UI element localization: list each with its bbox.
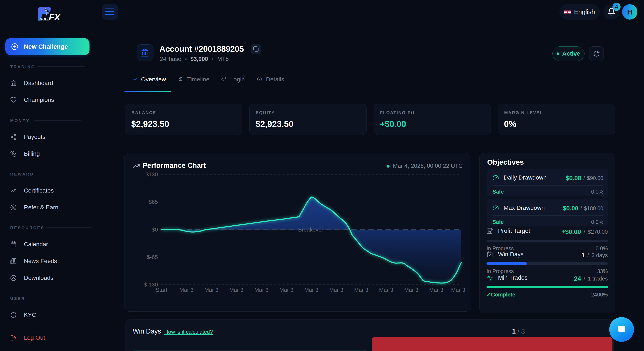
- svg-text:$65: $65: [149, 199, 158, 205]
- svg-text:Breakeven: Breakeven: [298, 226, 324, 233]
- svg-text:FX: FX: [49, 12, 61, 22]
- svg-text:Mar 3: Mar 3: [379, 287, 393, 293]
- svg-text:Start: Start: [156, 287, 168, 293]
- svg-text:Mar 3: Mar 3: [451, 287, 465, 293]
- svg-text:Mar 3: Mar 3: [329, 287, 343, 293]
- svg-text:$-65: $-65: [147, 254, 158, 260]
- svg-text:Mar 3: Mar 3: [354, 287, 368, 293]
- svg-text:Mar 3: Mar 3: [229, 287, 243, 293]
- svg-text:Mar 3: Mar 3: [404, 287, 418, 293]
- svg-text:Mar 3: Mar 3: [280, 287, 294, 293]
- svg-text:Mar 3: Mar 3: [429, 287, 443, 293]
- svg-text:Mar 3: Mar 3: [254, 287, 268, 293]
- svg-text:BULL: BULL: [40, 17, 50, 21]
- svg-text:Mar 3: Mar 3: [180, 287, 194, 293]
- svg-text:$0: $0: [152, 226, 158, 233]
- svg-text:$130: $130: [146, 171, 158, 178]
- svg-text:Mar 3: Mar 3: [204, 287, 218, 293]
- svg-text:Mar 3: Mar 3: [304, 287, 318, 293]
